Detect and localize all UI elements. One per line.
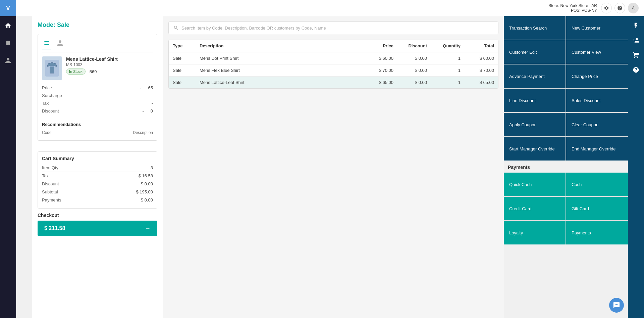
tab-item-icon[interactable]	[42, 38, 51, 49]
cart-right-icon[interactable]	[629, 48, 643, 62]
col-quantity: Quantity	[427, 43, 461, 48]
sidebar-item-home[interactable]	[0, 17, 16, 34]
customer-view-button[interactable]: Customer View	[566, 40, 628, 64]
recommendations-section: Recommendations Code Description	[42, 119, 153, 136]
tax-row: Tax -	[42, 99, 153, 107]
product-tabs-area: Mens Lattice-Leaf Shirt MS-1003 In Stock…	[38, 34, 157, 141]
checkout-label: Checkout	[38, 213, 157, 218]
start-manager-override-button[interactable]: Start Manager Override	[504, 137, 566, 161]
payments-title: Payments	[504, 165, 628, 173]
recommendations-title: Recommendations	[42, 122, 153, 127]
mode-value: Sale	[57, 21, 69, 28]
search-placeholder: Search Item by Code, Description, Barcod…	[181, 26, 326, 31]
payments-button[interactable]: Payments	[566, 221, 628, 244]
col-type: Type	[173, 43, 200, 48]
tab-icons	[42, 38, 153, 52]
center-panel: Search Item by Code, Description, Barcod…	[163, 16, 504, 318]
loyalty-button[interactable]: Loyalty	[504, 221, 566, 244]
col-total: Total	[461, 43, 494, 48]
cart-discount-row: Discount $ 0.00	[42, 180, 153, 188]
product-image	[42, 56, 62, 80]
table-row[interactable]: Sale Mens Dot Print Shirt $ 60.00 $ 0.00…	[169, 52, 498, 64]
user-avatar[interactable]: A	[628, 3, 639, 13]
credit-card-button[interactable]: Credit Card	[504, 197, 566, 220]
cart-title: Cart Summary	[42, 156, 153, 161]
table-row[interactable]: Sale Mens Flex Blue Shirt $ 70.00 $ 0.00…	[169, 64, 498, 77]
end-manager-override-button[interactable]: End Manager Override	[566, 137, 628, 161]
col-discount: Discount	[393, 43, 427, 48]
payments-grid: Quick Cash Cash Credit Card Gift Card Lo…	[504, 173, 628, 244]
help-right-icon[interactable]	[629, 63, 643, 77]
store-name: Store: New York Store - AR	[548, 3, 597, 8]
col-description: Description	[200, 43, 360, 48]
surcharge-row: Surcharge -	[42, 92, 153, 99]
checkout-arrow: →	[145, 225, 151, 231]
customer-edit-button[interactable]: Customer Edit	[504, 40, 566, 64]
top-header: Store: New York Store - AR POS: POS-NY A	[16, 0, 644, 16]
mode-title: Mode: Sale	[38, 21, 157, 29]
cart-payments-row: Payments $ 0.00	[42, 196, 153, 204]
product-details: Price - 65 Surcharge - Tax - Discount	[42, 84, 153, 115]
product-card: Mens Lattice-Leaf Shirt MS-1003 In Stock…	[42, 56, 153, 80]
product-name: Mens Lattice-Leaf Shirt	[66, 56, 118, 62]
flash-icon[interactable]	[629, 19, 643, 32]
right-panel: Transaction Search New Customer Customer…	[504, 16, 628, 318]
left-panel: Mode: Sale	[32, 16, 163, 318]
change-price-button[interactable]: Change Price	[566, 64, 628, 88]
table-header: Type Description Price Discount Quantity…	[169, 40, 498, 52]
sales-discount-button[interactable]: Sales Discount	[566, 89, 628, 112]
action-grid: Transaction Search New Customer Customer…	[504, 16, 628, 161]
line-discount-button[interactable]: Line Discount	[504, 89, 566, 112]
price-row: Price - 65	[42, 84, 153, 92]
items-table: Type Description Price Discount Quantity…	[168, 40, 498, 89]
main-content: Mode: Sale	[32, 16, 644, 318]
cash-button[interactable]: Cash	[566, 173, 628, 196]
left-sidebar: V	[0, 0, 16, 318]
transaction-search-button[interactable]: Transaction Search	[504, 16, 566, 40]
header-icons: A	[601, 3, 639, 13]
cart-summary: Cart Summary Item Qty 3 Tax $ 16.58 Disc…	[38, 151, 157, 209]
payments-section: Payments Quick Cash Cash Credit Card Gif…	[504, 161, 628, 244]
table-row[interactable]: Sale Mens Lattice-Leaf Shirt $ 65.00 $ 0…	[169, 77, 498, 88]
product-code: MS-1003	[66, 62, 118, 67]
checkout-amount: $ 211.58	[44, 225, 65, 231]
quick-cash-button[interactable]: Quick Cash	[504, 173, 566, 196]
sidebar-item-users[interactable]	[0, 52, 16, 69]
cart-tax-row: Tax $ 16.58	[42, 172, 153, 180]
clear-coupon-button[interactable]: Clear Coupon	[566, 113, 628, 136]
person-add-icon[interactable]	[629, 34, 643, 47]
checkout-button[interactable]: $ 211.58 →	[38, 221, 157, 236]
far-right-sidebar	[628, 16, 644, 318]
settings-button[interactable]	[601, 3, 612, 13]
tab-customer-icon[interactable]	[55, 38, 65, 49]
product-info: Mens Lattice-Leaf Shirt MS-1003 In Stock…	[66, 56, 118, 75]
cart-subtotal-row: Subtotal $ 195.00	[42, 188, 153, 196]
search-bar[interactable]: Search Item by Code, Description, Barcod…	[168, 21, 498, 34]
store-info: Store: New York Store - AR POS: POS-NY	[548, 3, 597, 13]
gift-card-button[interactable]: Gift Card	[566, 197, 628, 220]
chat-button[interactable]	[609, 298, 624, 313]
apply-coupon-button[interactable]: Apply Coupon	[504, 113, 566, 136]
sidebar-item-bookmark[interactable]	[0, 35, 16, 51]
advance-payment-button[interactable]: Advance Payment	[504, 64, 566, 88]
help-button[interactable]	[614, 3, 625, 13]
app-logo[interactable]: V	[0, 0, 16, 16]
discount-row: Discount - 0	[42, 107, 153, 115]
recommendations-header: Code Description	[42, 129, 153, 136]
new-customer-button[interactable]: New Customer	[566, 16, 628, 40]
stock-quantity: 569	[90, 69, 97, 74]
col-price: Price	[360, 43, 393, 48]
cart-item-qty-row: Item Qty 3	[42, 164, 153, 172]
pos-name: POS: POS-NY	[548, 8, 597, 13]
stock-status-badge: In Stock	[66, 69, 86, 75]
